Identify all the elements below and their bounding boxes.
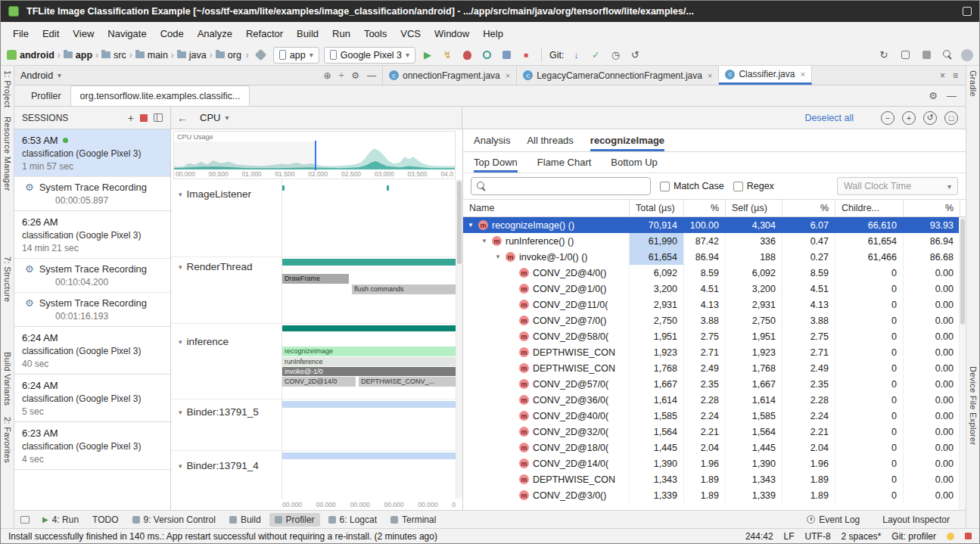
thread-collapse-icon[interactable]: ▾ bbox=[179, 336, 182, 346]
clock-mode-select[interactable]: Wall Clock Time ▾ bbox=[837, 177, 958, 195]
tool-button-4-run[interactable]: ▶4: Run bbox=[37, 513, 84, 527]
menu-help[interactable]: Help bbox=[477, 26, 509, 42]
trace-recording-item[interactable]: ⚙System Trace Recording00:10:04.200 bbox=[14, 258, 170, 292]
tool-button-build[interactable]: Build bbox=[224, 513, 266, 527]
trace-event-bar[interactable] bbox=[387, 185, 389, 191]
thread-row-renderthread[interactable]: ▾RenderThreadDrawFrameflush commands bbox=[171, 257, 462, 324]
collapse-all-icon[interactable]: ÷ bbox=[339, 70, 344, 81]
status-message[interactable]: Install successfully finished in 140 ms.… bbox=[8, 531, 736, 542]
table-row[interactable]: mCONV_2D@4/0()6,0928.596,0928.5900.00 bbox=[463, 265, 966, 281]
thread-row-imagelistener[interactable]: ▾ImageListener bbox=[171, 179, 462, 257]
table-row[interactable]: mCONV_2D@57/0(1,6672.351,6672.3500.00 bbox=[463, 376, 966, 392]
tool-stripe-build-variants[interactable]: Build Variants bbox=[3, 352, 12, 406]
table-row[interactable]: ▼mrecognizeImage() ()70,914100.004,3046.… bbox=[463, 217, 966, 233]
thread-row-binder-13791-4[interactable]: ▾Binder:13791_4 bbox=[171, 451, 462, 499]
tool-window-switcher-icon[interactable] bbox=[20, 516, 30, 524]
tool-stripe-resource-manager[interactable]: Resource Manager bbox=[3, 117, 12, 191]
indent-style[interactable]: 2 spaces* bbox=[842, 531, 882, 542]
timeline-scrollbar[interactable] bbox=[456, 179, 462, 499]
device-manager-button[interactable] bbox=[898, 48, 913, 63]
cpu-usage-chart[interactable]: CPU Usage 00.00000.50001.00001.50002.000… bbox=[173, 131, 456, 179]
deselect-all-link[interactable]: Deselect all bbox=[804, 113, 854, 123]
tree-toggle-icon[interactable]: ▼ bbox=[495, 253, 506, 260]
thread-collapse-icon[interactable]: ▾ bbox=[179, 460, 182, 470]
tree-toggle-icon[interactable]: ▼ bbox=[468, 222, 478, 228]
window-controls-icon[interactable] bbox=[963, 7, 972, 16]
search-input[interactable] bbox=[491, 181, 645, 191]
sessions-pane-icon[interactable] bbox=[154, 113, 163, 122]
tool-stripe-1-project[interactable]: 1: Project bbox=[3, 70, 12, 107]
tool-button-9-version-control[interactable]: 9: Version Control bbox=[127, 513, 221, 527]
git-rollback-button[interactable]: ↺ bbox=[628, 48, 643, 63]
gear-icon[interactable]: ⚙ bbox=[351, 70, 359, 81]
analysis-tab-all-threads[interactable]: All threads bbox=[527, 129, 573, 151]
git-branch-widget[interactable]: Git: profiler bbox=[891, 531, 936, 542]
column-header-1[interactable]: Total (µs) bbox=[630, 200, 684, 216]
session-item[interactable]: 6:23 AMclassification (Google Pixel 3)4 … bbox=[14, 422, 170, 470]
table-row[interactable]: mDEPTHWISE_CON1,7682.491,7682.4900.00 bbox=[463, 360, 966, 376]
breadcrumb-src[interactable]: src bbox=[101, 50, 126, 61]
menu-window[interactable]: Window bbox=[428, 26, 475, 42]
trace-event-bar[interactable]: DrawFrame bbox=[282, 274, 349, 284]
device-select[interactable]: Google Pixel 3 ▾ bbox=[324, 47, 415, 64]
session-item[interactable]: 6:24 AMclassification (Google Pixel 3)5 … bbox=[14, 375, 170, 422]
trace-event-bar[interactable]: runInference bbox=[282, 357, 462, 366]
close-icon[interactable]: × bbox=[800, 70, 804, 79]
gear-icon[interactable]: ⚙ bbox=[929, 90, 938, 101]
trace-recording-item[interactable]: ⚙System Trace Recording00:01:16.193 bbox=[14, 292, 170, 326]
column-header-6[interactable]: % bbox=[904, 200, 960, 216]
run-button[interactable]: ▶ bbox=[420, 48, 435, 63]
column-header-0[interactable]: Name bbox=[463, 200, 630, 216]
tool-stripe-7-structure[interactable]: 7: Structure bbox=[3, 256, 12, 302]
analysis-tab-analysis[interactable]: Analysis bbox=[474, 129, 510, 151]
table-row[interactable]: mDEPTHWISE_CON1,9232.711,9232.7100.00 bbox=[463, 344, 966, 360]
stop-button[interactable]: ■ bbox=[518, 48, 534, 63]
breadcrumb-org[interactable]: org bbox=[216, 50, 241, 61]
close-icon[interactable]: × bbox=[506, 71, 510, 80]
project-tool-header[interactable]: Android ▾ ⊕ ÷ ⚙ ― bbox=[14, 66, 383, 85]
widget-layout-inspector[interactable]: Layout Inspector bbox=[877, 513, 955, 527]
git-update-button[interactable]: ↓ bbox=[569, 48, 584, 63]
tool-button-todo[interactable]: TODO bbox=[87, 513, 123, 527]
trace-event-bar[interactable]: recognizeImage bbox=[282, 347, 462, 356]
menu-file[interactable]: File bbox=[7, 26, 35, 42]
hide-profiler-icon[interactable]: ― bbox=[947, 90, 957, 101]
widget-event-log[interactable]: Event Log bbox=[801, 513, 865, 527]
table-row[interactable]: mCONV_2D@40/0(1,5852.241,5852.2400.00 bbox=[463, 408, 966, 424]
tool-button-terminal[interactable]: Terminal bbox=[385, 513, 441, 527]
thread-row-inference[interactable]: ▾inferencerecognizeImagerunInferenceinvo… bbox=[171, 324, 462, 399]
git-commit-button[interactable]: ✓ bbox=[589, 48, 604, 63]
table-row[interactable]: mCONV_2D@18/0(1,4452.041,4452.0400.00 bbox=[463, 440, 966, 455]
table-row[interactable]: mCONV_2D@14/0(1,3901.961,3901.9600.00 bbox=[463, 455, 966, 471]
table-row[interactable]: ▼mrunInference() ()61,99087.423360.4761,… bbox=[463, 233, 966, 249]
breadcrumb-main[interactable]: main bbox=[135, 50, 168, 61]
menu-run[interactable]: Run bbox=[326, 26, 356, 42]
line-ending[interactable]: LF bbox=[784, 531, 795, 542]
table-row[interactable]: mCONV_2D@1/0()3,2004.513,2004.5100.00 bbox=[463, 281, 966, 297]
breadcrumb-java[interactable]: java bbox=[177, 50, 207, 61]
notifications-icon[interactable] bbox=[947, 533, 954, 540]
zoom-to-selection-button[interactable]: □ bbox=[944, 111, 958, 125]
profiler-metric-select[interactable]: CPU ▾ bbox=[194, 110, 235, 125]
match-case-checkbox[interactable]: Match Case bbox=[660, 181, 724, 191]
hide-panel-icon[interactable]: ― bbox=[367, 70, 376, 81]
session-item[interactable]: 6:26 AMclassification (Google Pixel 3)14… bbox=[14, 211, 170, 327]
tool-stripe-device-file-explorer[interactable]: Device File Explorer bbox=[969, 366, 978, 445]
subtab-top-down[interactable]: Top Down bbox=[474, 152, 518, 173]
build-hammer-icon[interactable] bbox=[254, 48, 269, 63]
subtab-bottom-up[interactable]: Bottom Up bbox=[611, 152, 657, 173]
table-row[interactable]: mCONV_2D@32/0(1,5642.211,5642.2100.00 bbox=[463, 424, 966, 440]
column-header-5[interactable]: Childre... bbox=[835, 200, 904, 216]
add-session-button[interactable]: + bbox=[128, 113, 134, 123]
apply-changes-button[interactable]: ↯ bbox=[440, 48, 455, 63]
menu-edit[interactable]: Edit bbox=[36, 26, 65, 42]
table-row[interactable]: ▼minvoke@-1/0() ()61,65486.941880.2761,4… bbox=[463, 249, 966, 265]
tab-legacycameraconnectionfragment-java[interactable]: cLegacyCameraConnectionFragment.java× bbox=[517, 66, 719, 85]
caret-position[interactable]: 244:42 bbox=[745, 531, 773, 542]
tool-button-profiler[interactable]: Profiler bbox=[269, 513, 320, 527]
trace-event-bar[interactable]: DEPTHWISE_CONV_... bbox=[359, 377, 462, 387]
table-row[interactable]: mCONV_2D@3/0()1,3391.891,3391.8900.00 bbox=[463, 487, 966, 503]
profile-button[interactable] bbox=[479, 48, 494, 63]
profiler-tab-org-tensorflow-lite-examples-classific[interactable]: org.tensorflow.lite.examples.classific..… bbox=[70, 85, 250, 106]
tab-onnectionfragment-java[interactable]: connectionFragment.java× bbox=[383, 66, 517, 85]
